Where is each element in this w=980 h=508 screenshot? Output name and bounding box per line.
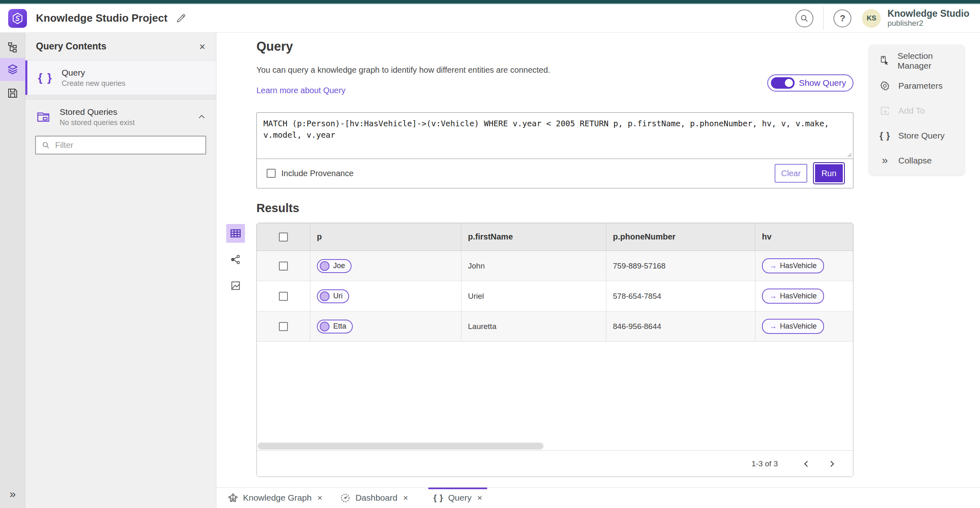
previous-page-button[interactable]	[797, 455, 815, 473]
include-provenance-checkbox[interactable]	[267, 169, 276, 178]
braces-icon: { }	[433, 493, 443, 503]
node-label: Etta	[333, 322, 346, 331]
chevron-right-icon	[828, 460, 836, 468]
query-editor-container: MATCH (p:Person)-[hv:HasVehicle]->(v:Veh…	[256, 112, 853, 188]
cell-firstname: Lauretta	[461, 311, 606, 341]
action-label: Parameters	[898, 81, 943, 91]
rail-item-save[interactable]	[0, 82, 25, 105]
graph-view-button[interactable]	[226, 250, 245, 269]
query-text-input[interactable]: MATCH (p:Person)-[hv:HasVehicle]->(v:Veh…	[257, 113, 853, 159]
table-view-button[interactable]	[226, 224, 245, 243]
collapse-panel-button[interactable]: » Collapse	[869, 148, 964, 173]
tab-knowledge-graph[interactable]: Knowledge Graph ×	[219, 488, 331, 508]
select-all-checkbox[interactable]	[279, 233, 288, 242]
braces-icon: { }	[38, 71, 62, 84]
stored-queries-subtitle: No stored queries exist	[60, 119, 135, 127]
knowledge-studio-app: Knowledge Studio Project ? KS	[0, 0, 980, 508]
sidebar-item-stored-queries[interactable]: Stored Queries No stored queries exist	[25, 100, 216, 134]
header-divider	[823, 7, 824, 30]
edge-label: HasVehicle	[780, 262, 817, 270]
horizontal-scrollbar[interactable]	[258, 443, 543, 450]
node-pill[interactable]: Uri	[317, 289, 349, 303]
column-header-p[interactable]: p	[310, 223, 461, 251]
close-tab-button[interactable]: ×	[317, 493, 322, 503]
rail-item-queries[interactable]	[0, 58, 25, 81]
column-header-hv[interactable]: hv	[755, 223, 853, 251]
tab-query[interactable]: { } Query ×	[424, 488, 491, 508]
toggle-on[interactable]	[771, 77, 795, 89]
query-item-subtitle: Create new queries	[62, 79, 125, 88]
table-header-row: p p.firstName p.phoneNumber hv	[257, 223, 853, 251]
run-button[interactable]: Run	[814, 163, 844, 184]
query-actions-panel: Selection Manager Parameters	[869, 45, 964, 175]
column-header-firstname[interactable]: p.firstName	[461, 223, 606, 251]
pencil-icon	[176, 13, 186, 24]
cell-phonenumber: 578-654-7854	[606, 281, 755, 311]
node-pill[interactable]: Etta	[317, 320, 353, 333]
dashboard-icon	[340, 493, 350, 503]
node-circle-icon	[320, 322, 330, 331]
query-item-title: Query	[62, 68, 125, 78]
node-pill[interactable]: Joe	[317, 259, 352, 273]
top-accent-bar	[0, 0, 980, 4]
node-circle-icon	[320, 261, 330, 271]
question-mark-icon: ?	[840, 13, 845, 24]
show-query-toggle[interactable]: Show Query	[767, 74, 853, 92]
node-circle-icon	[320, 291, 330, 301]
user-name: publisher2	[887, 19, 969, 28]
left-icon-rail: »	[0, 33, 25, 508]
edge-pill[interactable]: → HasVehicle	[762, 289, 824, 304]
user-block: Knowledge Studio publisher2	[887, 9, 969, 27]
table-row[interactable]: Uri Uriel 578-654-7854 → HasVehicle	[257, 281, 853, 311]
edge-pill[interactable]: → HasVehicle	[762, 319, 824, 334]
table-row[interactable]: Joe John 759-889-57168 → HasVehicle	[257, 251, 853, 281]
chevron-up-icon	[197, 112, 206, 121]
filter-input[interactable]	[55, 141, 200, 150]
row-checkbox[interactable]	[279, 322, 288, 331]
table-icon	[229, 227, 242, 239]
search-button[interactable]	[795, 9, 813, 27]
results-heading: Results	[256, 201, 299, 215]
query-contents-panel: Query Contents × { } Query Create new qu…	[25, 33, 216, 508]
column-header-phonenumber[interactable]: p.phoneNumber	[606, 223, 755, 251]
next-page-button[interactable]	[823, 455, 841, 473]
resize-grip-icon[interactable]	[846, 152, 852, 157]
table-footer: 1-3 of 3	[257, 450, 853, 477]
store-query-button[interactable]: { } Store Query	[869, 123, 964, 148]
close-panel-button[interactable]: ×	[199, 41, 205, 52]
edge-pill[interactable]: → HasVehicle	[762, 258, 824, 273]
toggle-knob	[784, 78, 794, 88]
pagination-range: 1-3 of 3	[752, 459, 778, 468]
stored-queries-title: Stored Queries	[60, 107, 135, 117]
clear-button[interactable]: Clear	[775, 164, 807, 183]
braces-icon: { }	[879, 130, 891, 141]
row-checkbox[interactable]	[279, 262, 288, 271]
cell-phonenumber: 846-956-8644	[606, 311, 755, 341]
app-logo[interactable]	[8, 9, 27, 28]
query-heading: Query	[256, 39, 293, 54]
close-tab-button[interactable]: ×	[403, 493, 408, 503]
collapse-section-button[interactable]	[197, 112, 206, 121]
gear-icon	[879, 81, 891, 91]
row-checkbox[interactable]	[279, 292, 288, 301]
chevron-double-right-icon: »	[9, 488, 16, 500]
help-button[interactable]: ?	[833, 9, 851, 27]
results-table-container: p p.firstName p.phoneNumber hv Joe John …	[256, 223, 853, 477]
parameters-button[interactable]: Parameters	[869, 73, 964, 98]
selection-manager-button[interactable]: Selection Manager	[869, 48, 964, 73]
sidebar-item-query[interactable]: { } Query Create new queries	[25, 60, 216, 95]
close-tab-button[interactable]: ×	[477, 493, 482, 503]
edit-project-name-button[interactable]	[176, 13, 186, 24]
avatar[interactable]: KS	[862, 9, 881, 28]
expand-rail-button[interactable]: »	[0, 486, 25, 502]
arrow-right-icon: →	[769, 292, 777, 300]
avatar-initials: KS	[867, 14, 877, 22]
learn-more-link[interactable]: Learn more about Query	[256, 86, 345, 95]
add-to-icon	[879, 105, 891, 116]
rail-item-hierarchy[interactable]	[0, 36, 25, 59]
app-header: Knowledge Studio Project ? KS	[0, 4, 980, 33]
tab-dashboard[interactable]: Dashboard ×	[331, 488, 417, 508]
hierarchy-icon	[7, 41, 19, 54]
map-view-button[interactable]	[226, 276, 245, 295]
table-row[interactable]: Etta Lauretta 846-956-8644 → HasVehicle	[257, 311, 853, 342]
